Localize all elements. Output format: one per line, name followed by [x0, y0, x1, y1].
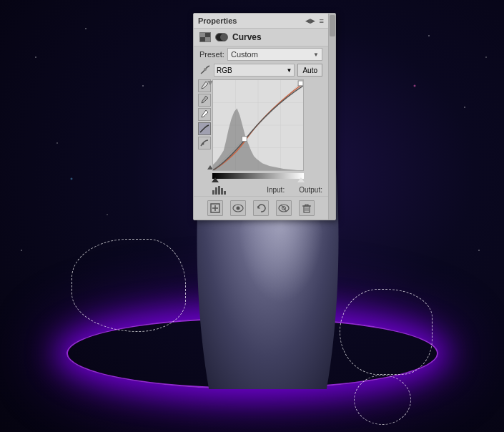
auto-button[interactable]: Auto: [297, 64, 322, 77]
preset-arrow-icon: ▼: [313, 51, 319, 58]
slider-black-thumb[interactable]: [212, 177, 219, 182]
panel-menu-icon[interactable]: ≡: [320, 16, 324, 25]
horizontal-slider[interactable]: [212, 173, 304, 183]
channel-arrow-icon: ▼: [287, 67, 292, 74]
io-labels: Input: Output:: [267, 186, 322, 194]
bottom-toolbar: [194, 196, 328, 220]
panel-collapse-icon[interactable]: ◀▶: [305, 17, 315, 24]
channel-value: RGB: [217, 67, 232, 74]
panel-title-icons: ◀▶ ≡: [305, 16, 324, 25]
graph-wrapper: [212, 79, 304, 183]
panel-scrollbar[interactable]: [328, 14, 335, 220]
svg-rect-12: [242, 137, 247, 142]
svg-rect-29: [305, 205, 308, 206]
svg-rect-18: [224, 191, 226, 195]
preset-value: Custom: [231, 50, 258, 59]
delete-button[interactable]: [299, 200, 315, 216]
svg-point-4: [202, 143, 204, 145]
svg-point-0: [204, 68, 207, 71]
clip-button[interactable]: [276, 200, 292, 216]
slider-white-thumb[interactable]: [297, 177, 305, 182]
input-label: Input:: [267, 186, 285, 194]
histogram-icon-group: [212, 185, 227, 195]
preset-select[interactable]: Custom ▼: [227, 48, 322, 61]
curves-label: Curves: [232, 32, 262, 42]
svg-rect-14: [212, 190, 214, 195]
scrollbar-thumb[interactable]: [330, 15, 335, 36]
channel-row: RGB ▼ Auto: [194, 62, 328, 78]
add-adjustment-button[interactable]: [207, 200, 223, 216]
panel-header: Curves: [194, 29, 328, 46]
svg-rect-17: [221, 188, 223, 195]
panel-titlebar: Properties ◀▶ ≡: [194, 14, 328, 29]
channel-select[interactable]: RGB ▼: [214, 64, 295, 77]
svg-point-23: [237, 207, 240, 210]
histogram-icon[interactable]: [212, 185, 227, 195]
visibility-button[interactable]: [230, 200, 246, 216]
output-label: Output:: [299, 186, 322, 194]
layer-icon: [199, 32, 211, 42]
preset-label: Preset:: [199, 50, 224, 59]
panel-title: Properties: [198, 16, 237, 25]
curves-graph[interactable]: [212, 79, 304, 171]
channel-curve-icon: [199, 65, 211, 75]
selection-outline-bottom: [354, 375, 411, 425]
svg-rect-15: [215, 187, 217, 195]
graph-section: [194, 78, 328, 183]
layer-toggle[interactable]: [215, 33, 228, 41]
svg-rect-16: [218, 186, 220, 195]
selection-outline-right: [340, 289, 433, 375]
reset-button[interactable]: [253, 200, 269, 216]
preset-row: Preset: Custom ▼: [194, 46, 328, 62]
svg-rect-13: [298, 81, 303, 86]
properties-panel: Properties ◀▶ ≡ Curves: [193, 13, 336, 220]
histogram-io-row: Input: Output:: [194, 183, 328, 196]
selection-outline-left: [71, 239, 186, 332]
gradient-track: [212, 173, 304, 179]
